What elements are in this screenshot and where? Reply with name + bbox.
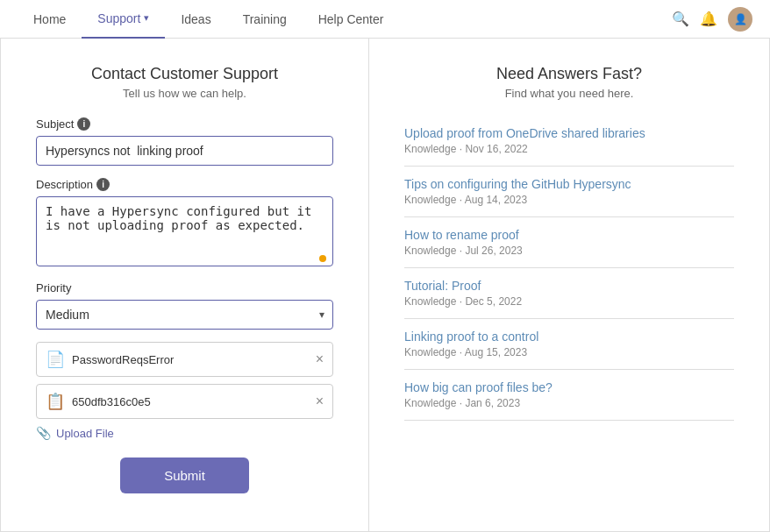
orange-dot-indicator: [319, 255, 326, 262]
priority-select-wrapper: Low Medium High Urgent ▾: [36, 300, 333, 330]
subject-info-icon[interactable]: i: [77, 117, 90, 131]
article-meta: Knowledge · Jul 26, 2023: [404, 245, 734, 257]
right-panel-subtitle: Find what you need here.: [404, 87, 734, 100]
article-title[interactable]: How to rename proof: [404, 228, 734, 242]
right-panel-title: Need Answers Fast?: [404, 65, 734, 83]
file-remove-2[interactable]: ×: [316, 394, 324, 409]
article-item: How big can proof files be? Knowledge · …: [404, 370, 734, 421]
article-meta: Knowledge · Dec 5, 2022: [404, 295, 734, 308]
articles-list: Upload proof from OneDrive shared librar…: [404, 116, 734, 421]
file-name-2: 650dfb316c0e5: [72, 395, 316, 408]
description-label: Description i: [36, 178, 333, 191]
article-title[interactable]: Tutorial: Proof: [404, 279, 734, 293]
nav-label-ideas: Ideas: [181, 12, 210, 26]
nav-label-training: Training: [243, 12, 287, 26]
nav-label-home: Home: [33, 12, 66, 26]
upload-label: Upload File: [56, 427, 114, 440]
article-item: How to rename proof Knowledge · Jul 26, …: [404, 217, 734, 268]
nav-label-help-center: Help Center: [318, 12, 384, 26]
left-panel-title: Contact Customer Support: [36, 65, 333, 83]
file-icon-2: 📋: [46, 392, 65, 411]
article-item: Tutorial: Proof Knowledge · Dec 5, 2022: [404, 268, 734, 319]
article-title[interactable]: How big can proof files be?: [404, 380, 734, 394]
file-remove-1[interactable]: ×: [316, 351, 324, 367]
upload-file-link[interactable]: 📎 Upload File: [36, 426, 333, 440]
description-info-icon[interactable]: i: [96, 178, 110, 191]
nav-item-ideas[interactable]: Ideas: [165, 0, 226, 39]
main-content: Contact Customer Support Tell us how we …: [0, 39, 770, 532]
article-item: Upload proof from OneDrive shared librar…: [404, 116, 734, 167]
article-meta: Knowledge · Aug 14, 2023: [404, 194, 734, 206]
left-panel-subtitle: Tell us how we can help.: [36, 87, 333, 100]
search-icon[interactable]: 🔍: [672, 11, 689, 27]
file-name-1: PasswordReqsError: [72, 353, 316, 366]
right-panel: Need Answers Fast? Find what you need he…: [369, 39, 769, 531]
description-wrapper: I have a Hypersync configured but it is …: [36, 196, 333, 269]
article-meta: Knowledge · Nov 16, 2022: [404, 143, 734, 155]
subject-label: Subject i: [36, 117, 333, 131]
article-meta: Knowledge · Aug 15, 2023: [404, 346, 734, 358]
article-meta: Knowledge · Jan 6, 2023: [404, 397, 734, 409]
file-item-2: 📋 650dfb316c0e5 ×: [36, 384, 333, 419]
chevron-down-icon: ▾: [144, 12, 149, 24]
avatar[interactable]: 👤: [728, 7, 752, 32]
bell-icon[interactable]: 🔔: [700, 11, 717, 27]
nav-item-support[interactable]: Support ▾: [82, 0, 165, 39]
nav-icons: 🔍 🔔 👤: [672, 7, 752, 32]
article-item: Linking proof to a control Knowledge · A…: [404, 319, 734, 370]
priority-label: Priority: [36, 281, 333, 294]
nav-items: Home Support ▾ Ideas Training Help Cente…: [18, 0, 672, 39]
submit-button[interactable]: Submit: [120, 458, 249, 493]
file-item-1: 📄 PasswordReqsError ×: [36, 342, 333, 377]
article-title[interactable]: Tips on configuring the GitHub Hypersync: [404, 177, 734, 191]
nav-label-support: Support: [97, 11, 140, 25]
priority-select[interactable]: Low Medium High Urgent: [36, 300, 333, 330]
subject-input[interactable]: [36, 136, 333, 166]
paperclip-icon: 📎: [36, 426, 51, 440]
description-input[interactable]: I have a Hypersync configured but it is …: [36, 196, 333, 266]
article-item: Tips on configuring the GitHub Hypersync…: [404, 167, 734, 217]
article-title[interactable]: Linking proof to a control: [404, 330, 734, 344]
file-icon-1: 📄: [46, 350, 65, 369]
left-panel: Contact Customer Support Tell us how we …: [1, 39, 369, 531]
nav-item-home[interactable]: Home: [18, 0, 82, 39]
nav-item-help-center[interactable]: Help Center: [303, 0, 400, 39]
nav-item-training[interactable]: Training: [227, 0, 303, 39]
top-navigation: Home Support ▾ Ideas Training Help Cente…: [0, 0, 770, 39]
article-title[interactable]: Upload proof from OneDrive shared librar…: [404, 126, 734, 140]
